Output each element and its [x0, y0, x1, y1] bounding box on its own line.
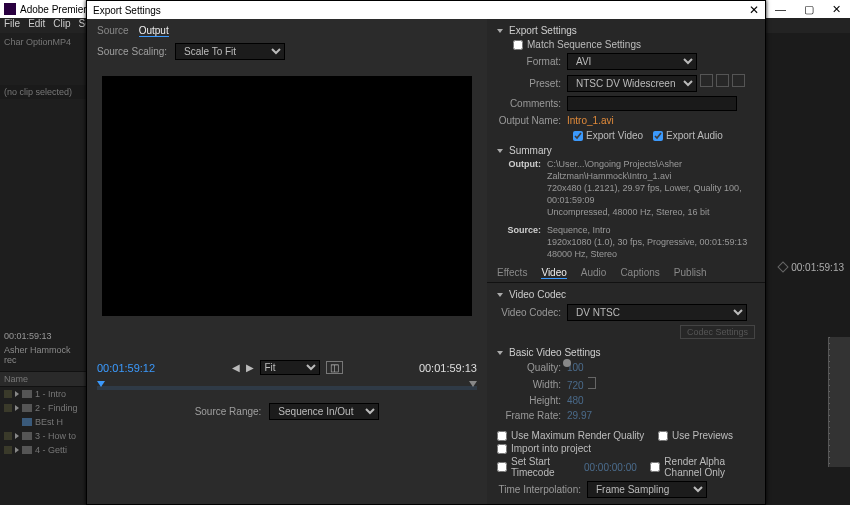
export-video-label: Export Video	[586, 130, 643, 141]
export-audio-label: Export Audio	[666, 130, 723, 141]
dialog-close-icon[interactable]: ✕	[749, 3, 759, 17]
use-previews-label: Use Previews	[672, 430, 733, 441]
max-render-checkbox[interactable]	[497, 431, 507, 441]
tab-output[interactable]: Output	[139, 25, 169, 37]
export-dialog: Export Settings ✕ Source Output Source S…	[86, 0, 766, 505]
import-project-label: Import into project	[511, 443, 591, 454]
viewer-tab: Char OptionMP4	[0, 33, 86, 85]
export-settings-header: Export Settings	[497, 23, 755, 38]
scaling-label: Source Scaling:	[97, 46, 167, 57]
max-render-label: Use Maximum Render Quality	[511, 430, 644, 441]
step-fwd-icon[interactable]: ▶	[246, 362, 254, 373]
interp-select[interactable]: Frame Sampling	[587, 481, 707, 498]
comments-input[interactable]	[567, 96, 737, 111]
col-header-name: Name	[0, 371, 86, 387]
menu-clip[interactable]: Clip	[53, 18, 70, 33]
height-label: Height:	[497, 395, 567, 406]
minimize-icon[interactable]: —	[775, 3, 786, 15]
summary-header: Summary	[497, 143, 755, 158]
tab-video[interactable]: Video	[541, 267, 566, 279]
import-preset-icon[interactable]	[716, 74, 729, 87]
match-sequence-label: Match Sequence Settings	[527, 39, 641, 50]
bin-row[interactable]: 3 - How to	[0, 429, 86, 443]
width-value: 720	[567, 380, 584, 391]
tab-captions[interactable]: Captions	[620, 267, 659, 279]
alpha-checkbox[interactable]	[650, 462, 660, 472]
timecode-in[interactable]: 00:01:59:12	[97, 362, 155, 374]
source-range-select[interactable]: Sequence In/Out	[269, 403, 379, 420]
start-tc-value: 00:00:00:00	[584, 462, 637, 473]
video-codec-header: Video Codec	[497, 287, 755, 302]
output-name-link[interactable]: Intro_1.avi	[567, 115, 755, 126]
summary-output-k: Output:	[497, 158, 547, 218]
bin-row[interactable]: 4 - Getti	[0, 443, 86, 457]
save-preset-icon[interactable]	[700, 74, 713, 87]
tab-source[interactable]: Source	[97, 25, 129, 37]
import-project-checkbox[interactable]	[497, 444, 507, 454]
preset-select[interactable]: NTSC DV Widescreen	[567, 75, 697, 92]
settings-pane: Export Settings Match Sequence Settings …	[487, 19, 765, 504]
bin-row[interactable]: BEst H	[0, 415, 86, 429]
timecode-out: 00:01:59:13	[419, 362, 477, 374]
close-icon[interactable]: ✕	[832, 3, 841, 16]
quality-label: Quality:	[497, 362, 567, 373]
codec-select[interactable]: DV NTSC	[567, 304, 747, 321]
no-clip-label: (no clip selected)	[0, 85, 86, 99]
crop-icon[interactable]: ◫	[326, 361, 343, 374]
set-start-tc-checkbox[interactable]	[497, 462, 507, 472]
codec-label: Video Codec:	[497, 307, 567, 318]
app-logo-icon	[4, 3, 16, 15]
sequence-timecode: 00:01:59:13	[766, 258, 850, 277]
tab-audio[interactable]: Audio	[581, 267, 607, 279]
bin-label: 2 - Finding	[35, 403, 78, 413]
bin-label: 3 - How to	[35, 431, 76, 441]
bin-label: 4 - Getti	[35, 445, 67, 455]
panel-timecode: 00:01:59:13	[0, 329, 86, 343]
bin-row[interactable]: 2 - Finding	[0, 401, 86, 415]
comments-label: Comments:	[497, 98, 567, 109]
format-select[interactable]: AVI	[567, 53, 697, 70]
project-subtitle: Asher Hammock rec	[0, 343, 86, 367]
preset-label: Preset:	[497, 78, 567, 89]
menu-file[interactable]: File	[4, 18, 20, 33]
format-label: Format:	[497, 56, 567, 67]
interp-label: Time Interpolation:	[497, 484, 587, 495]
audio-meter	[766, 337, 850, 467]
window-controls: — ▢ ✕	[766, 0, 850, 18]
export-audio-checkbox[interactable]	[653, 131, 663, 141]
summary-source-v: Sequence, Intro 1920x1080 (1.0), 30 fps,…	[547, 224, 755, 260]
bin-label: 1 - Intro	[35, 389, 66, 399]
zoom-select[interactable]: Fit	[260, 360, 320, 375]
preview-view	[102, 76, 472, 316]
width-label: Width:	[497, 379, 567, 390]
alpha-label: Render Alpha Channel Only	[664, 456, 755, 478]
match-sequence-checkbox[interactable]	[513, 40, 523, 50]
basic-video-header: Basic Video Settings	[497, 345, 755, 360]
summary-output-v: C:\User...\Ongoing Projects\Asher Zaltzm…	[547, 158, 755, 218]
bin-row[interactable]: 1 - Intro	[0, 387, 86, 401]
use-previews-checkbox[interactable]	[658, 431, 668, 441]
framerate-value: 29.97	[567, 410, 592, 421]
timeline-scrubber[interactable]	[97, 379, 477, 397]
scaling-select[interactable]: Scale To Fit	[175, 43, 285, 60]
preview-pane: Source Output Source Scaling: Scale To F…	[87, 19, 487, 504]
maximize-icon[interactable]: ▢	[804, 3, 814, 16]
link-icon[interactable]	[588, 377, 596, 389]
tab-publish[interactable]: Publish	[674, 267, 707, 279]
step-back-icon[interactable]: ◀	[232, 362, 240, 373]
menu-edit[interactable]: Edit	[28, 18, 45, 33]
delete-preset-icon[interactable]	[732, 74, 745, 87]
right-panel: 00:01:59:13	[766, 33, 850, 505]
left-panel: Char OptionMP4 (no clip selected) 00:01:…	[0, 33, 86, 505]
codec-settings-button: Codec Settings	[680, 325, 755, 339]
set-start-tc-label: Set Start Timecode	[511, 456, 573, 478]
dialog-title: Export Settings	[93, 5, 161, 16]
tab-effects[interactable]: Effects	[497, 267, 527, 279]
export-video-checkbox[interactable]	[573, 131, 583, 141]
summary-source-k: Source:	[497, 224, 547, 260]
framerate-label: Frame Rate:	[497, 410, 567, 421]
output-name-label: Output Name:	[497, 115, 567, 126]
bin-label: BEst H	[35, 417, 63, 427]
source-range-label: Source Range:	[195, 406, 262, 417]
height-value: 480	[567, 395, 584, 406]
